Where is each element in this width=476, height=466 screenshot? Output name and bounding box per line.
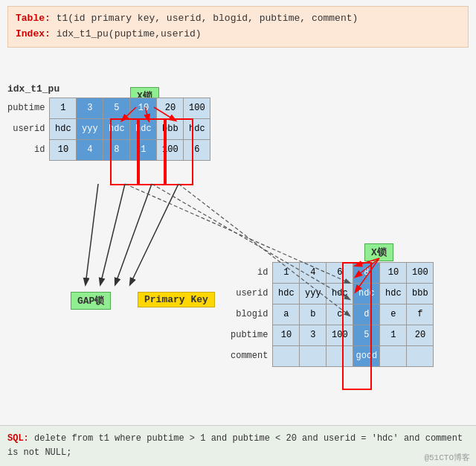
sql-label: SQL:	[7, 433, 29, 444]
svg-line-6	[86, 184, 98, 284]
index-label: Index:	[16, 28, 51, 39]
idx-pubtime-4: 10	[130, 98, 157, 118]
pk-userid-5: hdc	[380, 283, 407, 304]
pk-pubtime-3: 100	[327, 325, 353, 345]
idx-id-5: 100	[157, 139, 184, 160]
idx-pubtime-5: 20	[157, 98, 184, 118]
x-lock-right-badge: X锁	[364, 243, 393, 261]
idx-pubtime-3: 5	[103, 98, 130, 118]
top-info-box: Table: t1(id primary key, userid, blogid…	[7, 6, 469, 48]
pk-comment-3	[327, 345, 353, 366]
pk-userid-2: yyy	[300, 283, 327, 304]
svg-line-9	[130, 184, 178, 284]
pk-blogid-3: c	[327, 304, 353, 325]
pk-comment-4: good	[353, 345, 380, 366]
pk-pubtime-label: pubtime	[231, 325, 273, 345]
primary-table: id 1 4 6 8 10 100 userid hdc yyy hdc hdc…	[231, 262, 434, 367]
idx-pubtime-2: 3	[77, 98, 103, 118]
idx-userid-2: yyy	[77, 118, 103, 139]
pk-id-2: 4	[300, 262, 327, 283]
pk-blogid-4: d	[353, 304, 380, 325]
pk-comment-6	[407, 345, 434, 366]
gap-lock-badge: GAP锁	[71, 292, 111, 310]
pubtime-label: pubtime	[7, 98, 50, 118]
pk-pubtime-2: 3	[300, 325, 327, 345]
idx-id-3: 8	[103, 139, 130, 160]
pk-id-1: 1	[273, 262, 300, 283]
primary-key-badge: Primary Key	[138, 292, 215, 307]
watermark: @51CTO博客	[424, 452, 470, 463]
index-table-container: idx_t1_pu pubtime 1 3 5 10 20 100 userid…	[7, 83, 210, 161]
pk-blogid-label: blogid	[231, 304, 273, 325]
idx-id-6: 6	[184, 139, 210, 160]
diagram-area: X锁 idx_t1_pu pubtime 1 3 5 10 20 100 use…	[0, 54, 476, 418]
pk-blogid-5: e	[380, 304, 407, 325]
index-table-label: idx_t1_pu	[7, 83, 210, 95]
pk-userid-4: hdc	[353, 283, 380, 304]
idx-id-1: 10	[50, 139, 77, 160]
pk-pubtime-1: 10	[273, 325, 300, 345]
svg-line-8	[115, 184, 152, 284]
pk-userid-6: bbb	[407, 283, 434, 304]
idx-userid-4: hdc	[130, 118, 157, 139]
pk-userid-1: hdc	[273, 283, 300, 304]
pk-id-5: 10	[380, 262, 407, 283]
idx-userid-3: hdc	[103, 118, 130, 139]
idx-userid-6: hdc	[184, 118, 210, 139]
pk-id-6: 100	[407, 262, 434, 283]
pk-pubtime-6: 20	[407, 325, 434, 345]
pk-comment-label: comment	[231, 345, 273, 366]
sql-bar: SQL: delete from t1 where pubtime > 1 an…	[0, 425, 476, 466]
userid-label: userid	[7, 118, 50, 139]
table-label: Table:	[16, 13, 51, 24]
pk-blogid-2: b	[300, 304, 327, 325]
sql-text: delete from t1 where pubtime > 1 and pub…	[7, 433, 463, 458]
idx-userid-5: bbb	[157, 118, 184, 139]
pk-blogid-1: a	[273, 304, 300, 325]
idx-id-4: 1	[130, 139, 157, 160]
index-table: pubtime 1 3 5 10 20 100 userid hdc yyy h…	[7, 98, 210, 161]
pk-comment-2	[300, 345, 327, 366]
idx-userid-1: hdc	[50, 118, 77, 139]
idx-id-2: 4	[77, 139, 103, 160]
primary-table-container: id 1 4 6 8 10 100 userid hdc yyy hdc hdc…	[231, 262, 434, 367]
pk-blogid-6: f	[407, 304, 434, 325]
pk-userid-3: hdc	[327, 283, 353, 304]
table-def: t1(id primary key, userid, blogid, pubti…	[57, 13, 358, 24]
pk-comment-5	[380, 345, 407, 366]
idx-pubtime-6: 100	[184, 98, 210, 118]
idx-pubtime-1: 1	[50, 98, 77, 118]
pk-comment-1	[273, 345, 300, 366]
pk-id-4: 8	[353, 262, 380, 283]
pk-id-label: id	[231, 262, 273, 283]
pk-pubtime-4: 5	[353, 325, 380, 345]
pk-id-3: 6	[327, 262, 353, 283]
index-def: idx_t1_pu(puptime,userid)	[57, 28, 202, 39]
svg-line-7	[100, 184, 125, 284]
id-label: id	[7, 139, 50, 160]
pk-userid-label: userid	[231, 283, 273, 304]
pk-pubtime-5: 1	[380, 325, 407, 345]
